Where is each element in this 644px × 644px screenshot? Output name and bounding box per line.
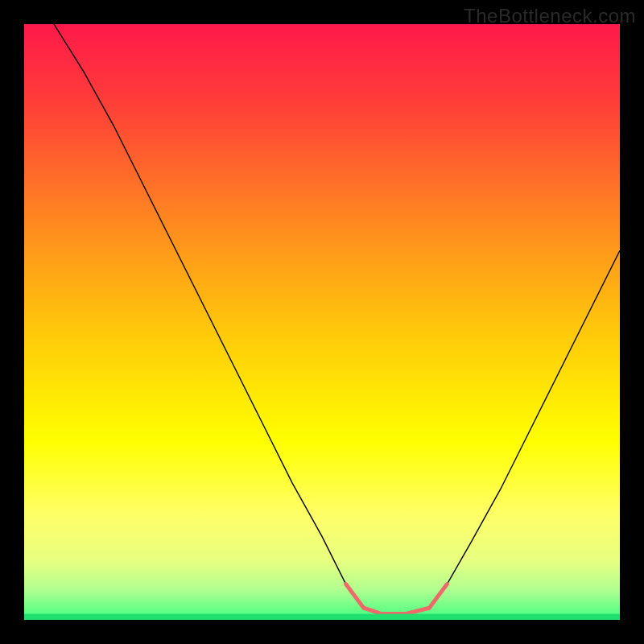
chart-plot-area (24, 24, 620, 620)
bottom-accent (24, 24, 620, 620)
green-stripe (24, 614, 620, 620)
watermark-text: TheBottleneck.com (464, 5, 636, 27)
